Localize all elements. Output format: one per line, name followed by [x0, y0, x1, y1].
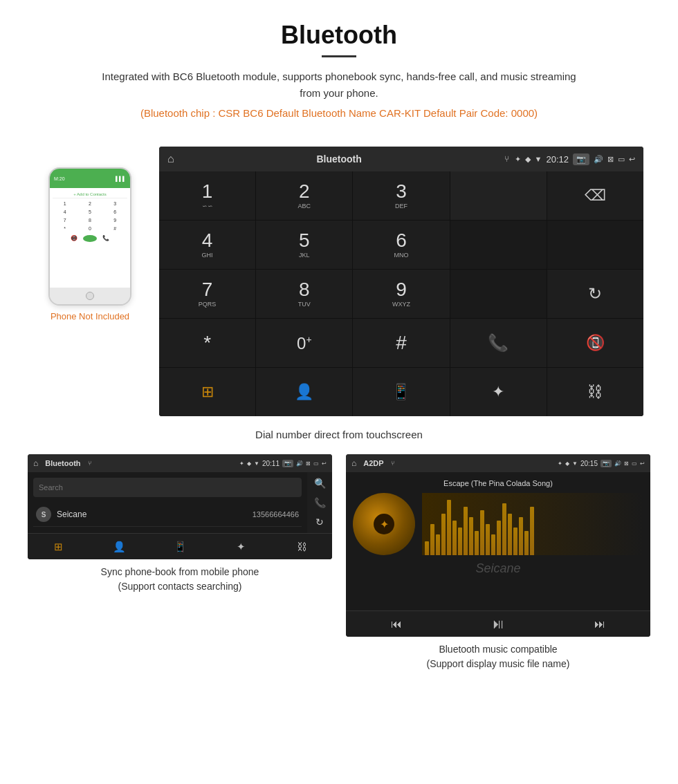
eq-bar — [513, 528, 517, 555]
pb-home-icon[interactable]: ⌂ — [33, 458, 38, 468]
main-screen-section: M:20 ▌▌▌ + Add to Contacts 1 2 3 4 5 6 7… — [0, 140, 678, 423]
phonebook-screen: ⌂ Bluetooth ⑂ ✦ ◆ ▼ 20:11 📷 🔊 ⊠ ▭ ↩ — [28, 454, 332, 559]
music-time: 20:15 — [580, 460, 598, 467]
music-camera-icon[interactable]: 📷 — [601, 460, 612, 467]
dial-key-1[interactable]: 1 ∽∽ — [159, 171, 255, 220]
dial-phone-icon[interactable]: 📱 — [353, 368, 449, 416]
music-body: Escape (The Pina Colada Song) ✦ Seicane — [346, 472, 650, 610]
wifi-icon: ▼ — [535, 155, 542, 163]
music-home-icon[interactable]: ⌂ — [351, 458, 356, 468]
eq-bar — [530, 507, 534, 555]
search-placeholder: Search — [39, 483, 63, 492]
dial-grid-icon[interactable]: ⊞ — [159, 368, 255, 416]
music-rect-icon[interactable]: ▭ — [632, 460, 637, 467]
close-icon[interactable]: ⊠ — [607, 155, 614, 164]
bluetooth-specs: (Bluetooth chip : CSR BC6 Default Blueto… — [14, 107, 664, 119]
album-art: ✦ — [353, 493, 415, 555]
music-bt-icon: ✦ — [558, 460, 562, 467]
phonebook-bottom-bar: ⊞ 👤 📱 ✦ ⛓ — [28, 533, 332, 559]
bt-status-icon: ✦ — [515, 155, 521, 164]
phone-key-5: 5 — [77, 208, 102, 216]
phone-key-7: 7 — [53, 216, 77, 224]
dial-person-icon[interactable]: 👤 — [256, 368, 352, 416]
search-bar[interactable]: Search — [33, 478, 302, 497]
dial-call-green[interactable]: 📞 — [450, 319, 547, 367]
dial-key-5[interactable]: 5 JKL — [256, 221, 352, 269]
phonebook-status-bar: ⌂ Bluetooth ⑂ ✦ ◆ ▼ 20:11 📷 🔊 ⊠ ▭ ↩ — [28, 454, 332, 472]
car-dial-screen: ⌂ Bluetooth ⑂ ✦ ◆ ▼ 20:12 📷 🔊 ⊠ ▭ ↩ 1 ∽∽ — [159, 147, 643, 416]
dial-key-7[interactable]: 7 PQRS — [159, 270, 255, 318]
pb-time: 20:11 — [262, 460, 280, 467]
dial-bluetooth-icon[interactable]: ✦ — [450, 368, 547, 416]
pb-screen-title: Bluetooth — [45, 459, 80, 467]
music-back-icon[interactable]: ↩ — [640, 460, 645, 467]
pb-bt-btn[interactable]: ✦ — [210, 534, 271, 559]
volume-icon[interactable]: 🔊 — [594, 155, 603, 164]
dial-refresh[interactable]: ↻ — [547, 270, 643, 318]
eq-bar — [458, 528, 462, 555]
music-vol-icon[interactable]: 🔊 — [614, 460, 621, 467]
pb-rect-icon[interactable]: ▭ — [313, 460, 319, 467]
camera-button[interactable]: 📷 — [573, 153, 589, 165]
next-button[interactable]: ⏭ — [594, 618, 605, 631]
back-icon[interactable]: ↩ — [629, 155, 635, 164]
pb-camera-icon[interactable]: 📷 — [282, 460, 293, 467]
pb-person-btn[interactable]: 👤 — [89, 534, 149, 559]
eq-bar — [475, 531, 479, 555]
music-wrapper: ⌂ A2DP ⑂ ✦ ◆ ▼ 20:15 📷 🔊 ⊠ ▭ ↩ Escape (T… — [346, 454, 650, 671]
pb-refresh-side-icon[interactable]: ↻ — [315, 516, 324, 528]
main-caption: Dial number direct from touchscreen — [0, 429, 678, 440]
pb-vol-icon[interactable]: 🔊 — [296, 460, 303, 467]
dial-link-icon[interactable]: ⛓ — [547, 368, 643, 416]
dial-key-0[interactable]: 0+ — [256, 319, 352, 367]
pb-x-icon[interactable]: ⊠ — [306, 460, 311, 467]
music-status-icons: ✦ ◆ ▼ 20:15 📷 🔊 ⊠ ▭ ↩ — [558, 460, 645, 467]
pb-back-icon[interactable]: ↩ — [322, 460, 327, 467]
dial-key-8[interactable]: 8 TUV — [256, 270, 352, 318]
pb-search-side-icon[interactable]: 🔍 — [314, 478, 326, 489]
dial-key-hash[interactable]: # — [353, 319, 449, 367]
dial-key-2[interactable]: 2 ABC — [256, 171, 352, 220]
bottom-screens: ⌂ Bluetooth ⑂ ✦ ◆ ▼ 20:11 📷 🔊 ⊠ ▭ ↩ — [0, 454, 678, 671]
eq-bar — [436, 534, 440, 555]
pb-link-btn[interactable]: ⛓ — [271, 534, 332, 559]
eq-bar — [464, 507, 468, 555]
prev-button[interactable]: ⏮ — [391, 618, 402, 631]
eq-bar — [425, 541, 429, 555]
dial-call-red[interactable]: 📵 — [547, 319, 643, 367]
music-caption: Bluetooth music compatible (Support disp… — [346, 642, 650, 671]
contact-initial: S — [36, 507, 51, 522]
dial-key-6[interactable]: 6 MNO — [353, 221, 449, 269]
home-icon[interactable]: ⌂ — [167, 153, 174, 165]
pb-grid-btn[interactable]: ⊞ — [28, 534, 89, 559]
dial-key-star[interactable]: * — [159, 319, 255, 367]
contact-row[interactable]: S Seicane 13566664466 — [33, 503, 302, 527]
music-wifi-icon: ▼ — [572, 460, 578, 467]
dial-key-3[interactable]: 3 DEF — [353, 171, 449, 220]
pb-call-side-icon[interactable]: 📞 — [314, 497, 326, 508]
phonebook-caption-sub: (Support contacts searching) — [118, 581, 242, 592]
phonebook-side-icons: 🔍 📞 ↻ — [307, 472, 332, 533]
phone-key-1: 1 — [53, 200, 77, 207]
eq-bars — [422, 493, 643, 555]
dial-key-9[interactable]: 9 WXYZ — [353, 270, 449, 318]
dial-display — [450, 171, 547, 220]
music-x-icon[interactable]: ⊠ — [624, 460, 629, 467]
eq-bar — [497, 521, 501, 555]
music-loc-icon: ◆ — [565, 460, 569, 467]
phone-keypad: 1 2 3 4 5 6 7 8 9 * 0 # — [53, 200, 127, 232]
dial-screen-title: Bluetooth — [180, 153, 499, 165]
eq-bar — [491, 534, 495, 555]
phone-body: + Add to Contacts 1 2 3 4 5 6 7 8 9 * 0 … — [50, 188, 130, 288]
pb-phone-btn[interactable]: 📱 — [149, 534, 210, 559]
dial-key-4[interactable]: 4 GHI — [159, 221, 255, 269]
play-pause-button[interactable]: ⏯ — [491, 616, 505, 632]
music-status-bar: ⌂ A2DP ⑂ ✦ ◆ ▼ 20:15 📷 🔊 ⊠ ▭ ↩ — [346, 454, 650, 472]
window-icon[interactable]: ▭ — [618, 155, 625, 164]
eq-bar — [430, 524, 434, 555]
eq-bar — [452, 521, 457, 555]
eq-bar — [441, 514, 446, 555]
phonebook-caption-main: Sync phone-book from mobile phone — [101, 566, 259, 577]
dial-backspace[interactable]: ⌫ — [547, 171, 643, 220]
eq-bar — [519, 517, 523, 555]
